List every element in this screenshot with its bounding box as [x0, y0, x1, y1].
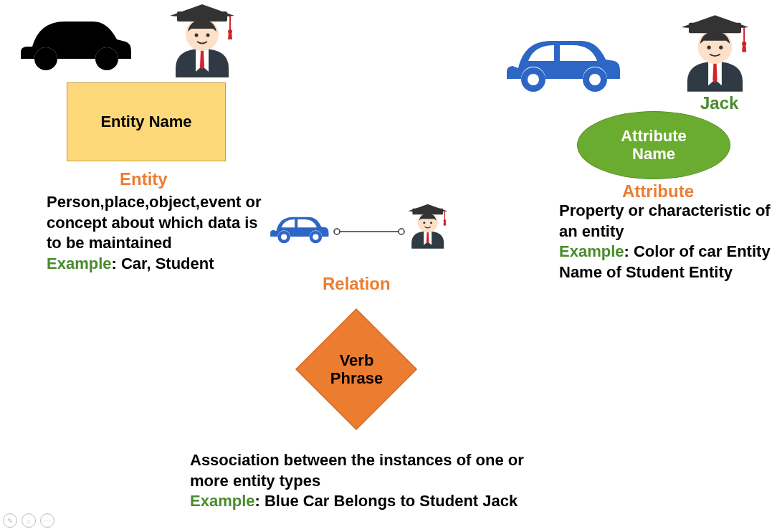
svg-point-11 — [528, 74, 539, 85]
tool-btn-1[interactable]: ✎ — [3, 513, 17, 528]
small-student-icon — [403, 201, 453, 252]
connector-line — [333, 228, 405, 235]
svg-point-15 — [719, 46, 723, 49]
attribute-description: Property or characteristic of an entity … — [559, 201, 774, 282]
svg-point-23 — [313, 234, 318, 239]
blue-car-icon — [498, 25, 624, 100]
svg-point-22 — [281, 234, 287, 239]
svg-point-28 — [423, 222, 425, 224]
relation-title: Relation — [323, 274, 391, 294]
svg-point-3 — [195, 34, 199, 37]
attribute-shape: AttributeName — [577, 111, 730, 179]
svg-point-1 — [95, 47, 118, 70]
entity-shape-label: Entity Name — [100, 113, 191, 131]
entity-shape: Entity Name — [67, 82, 226, 161]
svg-point-12 — [589, 74, 601, 85]
student-icon — [161, 0, 244, 82]
entity-title: Entity — [120, 169, 168, 189]
attribute-title: Attribute — [622, 181, 694, 201]
student-icon-right — [672, 11, 758, 97]
entity-description: Person,place,object,event or concept abo… — [47, 192, 269, 274]
svg-point-4 — [206, 34, 210, 37]
relation-shape-label: VerbPhrase — [330, 351, 383, 388]
svg-point-0 — [34, 47, 57, 70]
attribute-shape-label: AttributeName — [621, 128, 687, 162]
small-car-icon — [266, 209, 330, 248]
svg-point-24 — [334, 229, 340, 234]
jack-label: Jack — [700, 93, 738, 113]
svg-point-29 — [430, 222, 432, 224]
svg-point-14 — [707, 46, 711, 49]
more-icon[interactable]: ⋯ — [40, 513, 54, 528]
relation-shape: VerbPhrase — [283, 308, 430, 430]
bottom-toolbar: ✎ ⌕ ⋯ — [3, 513, 54, 528]
zoom-icon[interactable]: ⌕ — [22, 513, 36, 528]
relation-description: Association between the instances of one… — [190, 450, 556, 512]
car-icon — [11, 7, 136, 79]
